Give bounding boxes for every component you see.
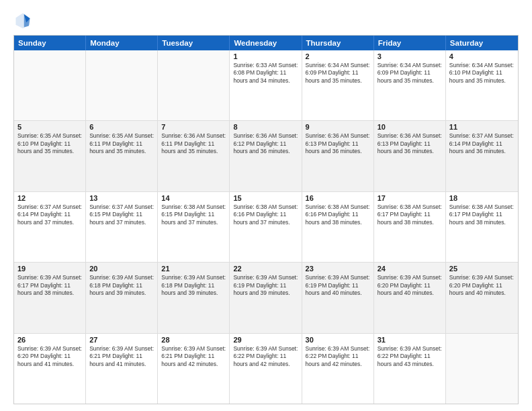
- day-number: 8: [233, 123, 298, 131]
- calendar-row: 26Sunrise: 6:39 AM Sunset: 6:20 PM Dayli…: [14, 334, 518, 404]
- calendar-cell: 16Sunrise: 6:38 AM Sunset: 6:16 PM Dayli…: [302, 192, 374, 262]
- calendar-body: 1Sunrise: 6:33 AM Sunset: 6:08 PM Daylig…: [14, 50, 518, 404]
- page: SundayMondayTuesdayWednesdayThursdayFrid…: [0, 0, 532, 411]
- day-info: Sunrise: 6:36 AM Sunset: 6:11 PM Dayligh…: [161, 132, 226, 155]
- day-number: 18: [449, 194, 515, 202]
- day-info: Sunrise: 6:39 AM Sunset: 6:17 PM Dayligh…: [17, 274, 82, 297]
- calendar-cell: 22Sunrise: 6:39 AM Sunset: 6:19 PM Dayli…: [230, 263, 302, 332]
- calendar: SundayMondayTuesdayWednesdayThursdayFrid…: [13, 35, 519, 404]
- calendar-cell: 26Sunrise: 6:39 AM Sunset: 6:20 PM Dayli…: [14, 334, 86, 404]
- day-info: Sunrise: 6:36 AM Sunset: 6:12 PM Dayligh…: [233, 132, 298, 155]
- calendar-cell: 23Sunrise: 6:39 AM Sunset: 6:19 PM Dayli…: [302, 263, 374, 332]
- day-info: Sunrise: 6:35 AM Sunset: 6:11 PM Dayligh…: [89, 132, 154, 155]
- calendar-cell: [446, 334, 518, 404]
- day-of-week-header: Saturday: [446, 36, 518, 50]
- day-info: Sunrise: 6:34 AM Sunset: 6:10 PM Dayligh…: [449, 62, 515, 85]
- calendar-cell: [158, 50, 230, 120]
- day-number: 13: [89, 194, 154, 202]
- day-number: 15: [233, 194, 298, 202]
- day-of-week-header: Monday: [86, 36, 158, 50]
- day-info: Sunrise: 6:38 AM Sunset: 6:17 PM Dayligh…: [378, 203, 442, 226]
- day-of-week-header: Tuesday: [158, 36, 230, 50]
- day-info: Sunrise: 6:39 AM Sunset: 6:20 PM Dayligh…: [378, 274, 442, 297]
- day-info: Sunrise: 6:39 AM Sunset: 6:20 PM Dayligh…: [17, 345, 82, 368]
- day-number: 6: [89, 123, 154, 131]
- day-info: Sunrise: 6:37 AM Sunset: 6:15 PM Dayligh…: [89, 203, 154, 226]
- calendar-cell: 1Sunrise: 6:33 AM Sunset: 6:08 PM Daylig…: [230, 50, 302, 120]
- calendar-cell: 10Sunrise: 6:36 AM Sunset: 6:13 PM Dayli…: [374, 121, 446, 191]
- calendar-cell: 4Sunrise: 6:34 AM Sunset: 6:10 PM Daylig…: [446, 50, 518, 120]
- day-number: 21: [161, 265, 226, 273]
- day-info: Sunrise: 6:36 AM Sunset: 6:13 PM Dayligh…: [378, 132, 442, 155]
- day-info: Sunrise: 6:38 AM Sunset: 6:17 PM Dayligh…: [449, 203, 515, 226]
- calendar-row: 12Sunrise: 6:37 AM Sunset: 6:14 PM Dayli…: [14, 192, 518, 263]
- day-number: 1: [233, 52, 298, 60]
- calendar-cell: 8Sunrise: 6:36 AM Sunset: 6:12 PM Daylig…: [230, 121, 302, 191]
- calendar-cell: 2Sunrise: 6:34 AM Sunset: 6:09 PM Daylig…: [302, 50, 374, 120]
- day-number: 14: [161, 194, 226, 202]
- day-number: 22: [233, 265, 298, 273]
- day-info: Sunrise: 6:34 AM Sunset: 6:09 PM Dayligh…: [306, 62, 370, 85]
- calendar-cell: 7Sunrise: 6:36 AM Sunset: 6:11 PM Daylig…: [158, 121, 230, 191]
- day-info: Sunrise: 6:39 AM Sunset: 6:21 PM Dayligh…: [89, 345, 154, 368]
- calendar-cell: 9Sunrise: 6:36 AM Sunset: 6:13 PM Daylig…: [302, 121, 374, 191]
- calendar-cell: 12Sunrise: 6:37 AM Sunset: 6:14 PM Dayli…: [14, 192, 86, 262]
- day-number: 2: [306, 52, 370, 60]
- day-number: 9: [306, 123, 370, 131]
- calendar-cell: 19Sunrise: 6:39 AM Sunset: 6:17 PM Dayli…: [14, 263, 86, 332]
- calendar-cell: [14, 50, 86, 120]
- calendar-row: 5Sunrise: 6:35 AM Sunset: 6:10 PM Daylig…: [14, 121, 518, 191]
- day-number: 31: [378, 336, 442, 344]
- day-number: 26: [17, 336, 82, 344]
- calendar-cell: 13Sunrise: 6:37 AM Sunset: 6:15 PM Dayli…: [86, 192, 158, 262]
- calendar-cell: 15Sunrise: 6:38 AM Sunset: 6:16 PM Dayli…: [230, 192, 302, 262]
- calendar-cell: 20Sunrise: 6:39 AM Sunset: 6:18 PM Dayli…: [86, 263, 158, 332]
- day-info: Sunrise: 6:39 AM Sunset: 6:18 PM Dayligh…: [161, 274, 226, 297]
- day-number: 16: [306, 194, 370, 202]
- day-number: 20: [89, 265, 154, 273]
- day-number: 24: [378, 265, 442, 273]
- day-number: 3: [378, 52, 442, 60]
- calendar-cell: 5Sunrise: 6:35 AM Sunset: 6:10 PM Daylig…: [14, 121, 86, 191]
- calendar-cell: 25Sunrise: 6:39 AM Sunset: 6:20 PM Dayli…: [446, 263, 518, 332]
- day-info: Sunrise: 6:37 AM Sunset: 6:14 PM Dayligh…: [17, 203, 82, 226]
- calendar-cell: 3Sunrise: 6:34 AM Sunset: 6:09 PM Daylig…: [374, 50, 446, 120]
- day-info: Sunrise: 6:38 AM Sunset: 6:16 PM Dayligh…: [306, 203, 370, 226]
- calendar-row: 1Sunrise: 6:33 AM Sunset: 6:08 PM Daylig…: [14, 50, 518, 121]
- day-info: Sunrise: 6:38 AM Sunset: 6:15 PM Dayligh…: [161, 203, 226, 226]
- day-number: 25: [449, 265, 515, 273]
- calendar-row: 19Sunrise: 6:39 AM Sunset: 6:17 PM Dayli…: [14, 263, 518, 333]
- day-info: Sunrise: 6:39 AM Sunset: 6:22 PM Dayligh…: [378, 345, 442, 368]
- day-number: 17: [378, 194, 442, 202]
- calendar-cell: [86, 50, 158, 120]
- calendar-cell: 31Sunrise: 6:39 AM Sunset: 6:22 PM Dayli…: [374, 334, 446, 404]
- day-number: 12: [17, 194, 82, 202]
- day-info: Sunrise: 6:39 AM Sunset: 6:21 PM Dayligh…: [161, 345, 226, 368]
- day-number: 28: [161, 336, 226, 344]
- day-number: 29: [233, 336, 298, 344]
- calendar-cell: 17Sunrise: 6:38 AM Sunset: 6:17 PM Dayli…: [374, 192, 446, 262]
- calendar-cell: 28Sunrise: 6:39 AM Sunset: 6:21 PM Dayli…: [158, 334, 230, 404]
- day-of-week-header: Thursday: [302, 36, 374, 50]
- day-number: 27: [89, 336, 154, 344]
- calendar-cell: 14Sunrise: 6:38 AM Sunset: 6:15 PM Dayli…: [158, 192, 230, 262]
- day-number: 4: [449, 52, 515, 60]
- calendar-cell: 29Sunrise: 6:39 AM Sunset: 6:22 PM Dayli…: [230, 334, 302, 404]
- calendar-cell: 11Sunrise: 6:37 AM Sunset: 6:14 PM Dayli…: [446, 121, 518, 191]
- day-number: 5: [17, 123, 82, 131]
- day-info: Sunrise: 6:38 AM Sunset: 6:16 PM Dayligh…: [233, 203, 298, 226]
- calendar-cell: 6Sunrise: 6:35 AM Sunset: 6:11 PM Daylig…: [86, 121, 158, 191]
- day-number: 30: [306, 336, 370, 344]
- calendar-cell: 18Sunrise: 6:38 AM Sunset: 6:17 PM Dayli…: [446, 192, 518, 262]
- day-info: Sunrise: 6:39 AM Sunset: 6:19 PM Dayligh…: [306, 274, 370, 297]
- calendar-cell: 27Sunrise: 6:39 AM Sunset: 6:21 PM Dayli…: [86, 334, 158, 404]
- calendar-cell: 21Sunrise: 6:39 AM Sunset: 6:18 PM Dayli…: [158, 263, 230, 332]
- day-info: Sunrise: 6:33 AM Sunset: 6:08 PM Dayligh…: [233, 62, 298, 85]
- logo-icon: [13, 11, 32, 30]
- day-info: Sunrise: 6:34 AM Sunset: 6:09 PM Dayligh…: [378, 62, 442, 85]
- day-info: Sunrise: 6:36 AM Sunset: 6:13 PM Dayligh…: [306, 132, 370, 155]
- day-info: Sunrise: 6:39 AM Sunset: 6:18 PM Dayligh…: [89, 274, 154, 297]
- day-number: 19: [17, 265, 82, 273]
- day-number: 23: [306, 265, 370, 273]
- day-info: Sunrise: 6:39 AM Sunset: 6:22 PM Dayligh…: [306, 345, 370, 368]
